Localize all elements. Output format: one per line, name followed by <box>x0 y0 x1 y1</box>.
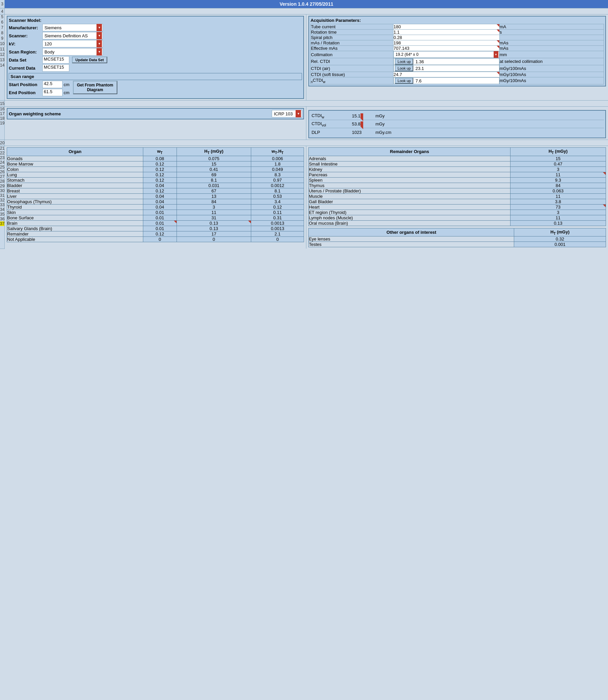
organ-wtht-12: 0.0013 <box>251 220 304 226</box>
collimation-select[interactable]: 19.2 (64* x 0 ▼ <box>394 51 499 58</box>
organ-row-12: Brain 0.01 0.13 0.0013 <box>7 220 304 226</box>
acq-ctdi-soft-value: 24.7 <box>394 72 499 77</box>
scanner-dropdown-arrow[interactable]: ▼ <box>96 32 102 39</box>
organs-header-row: Organ wT HT (mGy) wT.HT <box>7 148 304 156</box>
organ-wt-13: 0.01 <box>143 226 176 231</box>
row-5-14: 5 6 7 8 9 10 11 12 13 14 Scanner Model: … <box>0 15 608 100</box>
scan-region-select[interactable]: Body ▼ <box>42 48 103 56</box>
acq-row-ctdi-air: CTDI (air) Look up 23.1 mGy/100mAs <box>311 65 604 72</box>
organ-row-1: Bone Marrow 0.12 15 1.8 <box>7 161 304 167</box>
acq-row-spiral-pitch: Spiral pitch 0.28 <box>311 35 604 40</box>
organ-wtht-4: 0.97 <box>251 177 304 183</box>
col-wtht: wT.HT <box>251 148 304 156</box>
rownum-organs: 2122232425262728293031323334353637 <box>0 146 5 249</box>
rel-ctdi-lookup-button[interactable]: Look up <box>395 58 413 64</box>
scan-region-dropdown-arrow[interactable]: ▼ <box>96 48 102 56</box>
dlp-label: DLP <box>311 130 352 135</box>
acq-row-effective-mas: Effective mAs 707.143 mAs <box>311 46 604 51</box>
update-dataset-button[interactable]: Update Data Set <box>72 57 107 63</box>
other-organ-value-1: 0.001 <box>514 242 606 247</box>
acquisition-title: Acquisition Parameters: <box>310 18 604 23</box>
acq-mas-rotation-value: 198 <box>394 40 499 46</box>
dataset-input[interactable]: MCSET15 <box>42 56 69 63</box>
scan-range-section: Scan range Start Position 42.5 cm End Po… <box>9 73 302 97</box>
acq-ctdi-soft-label: CTDI (soft tissue) <box>311 72 394 77</box>
icrp-dropdown-arrow[interactable]: ▼ <box>296 110 301 117</box>
organ-wtht-1: 1.8 <box>251 161 304 167</box>
other-col-ht: HT (mGy) <box>514 228 606 237</box>
manufacturer-dropdown-arrow[interactable]: ▼ <box>96 24 102 31</box>
acq-spiral-pitch-value: 0.28 <box>394 35 499 40</box>
remainder-row-9: Heart 73 <box>309 204 606 210</box>
manufacturer-select[interactable]: Siemens ▼ <box>42 24 103 31</box>
organ-name-6: Breast <box>7 188 143 193</box>
organ-wtht-7: 0.53 <box>251 193 304 199</box>
acq-row-tube-current: Tube current 180 mA <box>311 24 604 30</box>
rownum-3: 3 <box>0 0 5 8</box>
dataset-label: Data Set <box>9 58 42 62</box>
remainder-value-9: 73 <box>511 204 606 210</box>
nctdi-lookup-button[interactable]: Look up <box>395 78 413 84</box>
row-organs: 2122232425262728293031323334353637 Organ… <box>0 146 608 249</box>
acq-effective-mas-unit: mAs <box>499 46 604 51</box>
organ-wt-5: 0.04 <box>143 183 176 188</box>
organ-row-5: Bladder 0.04 0.031 0.0012 <box>7 183 304 188</box>
organ-wt-2: 0.12 <box>143 167 176 172</box>
organ-ht-2: 0.41 <box>176 167 251 172</box>
organ-ht-9: 3 <box>176 204 251 210</box>
acq-mas-rotation-label: mAs / Rotation <box>311 40 394 46</box>
icrp-select[interactable]: ICRP 103 ▼ <box>272 110 302 117</box>
dlp-row: DLP 1023 mGy.cm <box>310 128 604 136</box>
organ-wtht-15: 0 <box>251 237 304 242</box>
kv-select[interactable]: 120 ▼ <box>42 40 103 48</box>
acq-rotation-time-value: 1.1 <box>394 30 499 35</box>
acq-nctdi-unit: mGy/100mAs <box>499 77 604 84</box>
organ-row-9: Thyroid 0.04 3 0.12 <box>7 204 304 210</box>
organ-wtht-13: 0.0013 <box>251 226 304 231</box>
remainder-row-10: ET region (Thyroid) 3 <box>309 210 606 215</box>
end-position-input[interactable]: 61.5 <box>42 89 62 96</box>
acq-collimation-unit: mm <box>499 51 604 58</box>
ctdi-air-lookup-button[interactable]: Look up <box>395 65 413 71</box>
end-position-label: End Position <box>9 90 42 95</box>
organ-ht-14: 17 <box>176 231 251 237</box>
organ-name-3: Lung <box>7 172 143 177</box>
organ-wt-1: 0.12 <box>143 161 176 167</box>
remainder-row-11: Lymph nodes (Muscle) 11 <box>309 215 606 220</box>
remainder-value-5: 84 <box>511 183 606 188</box>
remainder-name-10: ET region (Thyroid) <box>309 210 511 215</box>
remainder-value-0: 15 <box>511 156 606 161</box>
remainder-value-1: 0.47 <box>511 161 606 167</box>
scanner-select[interactable]: Siemens Definition AS ▼ <box>42 32 103 39</box>
remainder-row-5: Thymus 84 <box>309 183 606 188</box>
kv-dropdown-arrow[interactable]: ▼ <box>96 40 102 48</box>
remainder-row-0: Adrenals 15 <box>309 156 606 161</box>
remainder-col-ht: HT (mGy) <box>511 148 606 156</box>
remainder-name-3: Pancreas <box>309 172 511 177</box>
organ-row-11: Bone Surface 0.01 31 0.31 <box>7 215 304 220</box>
row-16-19: 16171819 Organ weighting scheme ICRP 103… <box>0 107 608 140</box>
start-position-input[interactable]: 42.5 <box>42 81 62 88</box>
acq-nctdi-label: nCTDIw <box>311 77 394 84</box>
get-from-phantom-button[interactable]: Get From Phantom Diagram <box>73 81 117 94</box>
organs-main-table: Organ wT HT (mGy) wT.HT Gonads 0.08 0.07… <box>7 147 304 242</box>
acq-spiral-pitch-unit <box>499 35 604 40</box>
organ-wt-8: 0.04 <box>143 199 176 204</box>
organ-wt-15: 0 <box>143 237 176 242</box>
organ-wt-6: 0.12 <box>143 188 176 193</box>
organ-row-0: Gonads 0.08 0.075 0.006 <box>7 156 304 161</box>
manufacturer-value: Siemens <box>43 25 96 30</box>
organ-name-4: Stomach <box>7 177 143 183</box>
current-data-input[interactable]: MCSET15 <box>42 64 69 72</box>
collimation-dropdown-arrow[interactable]: ▼ <box>494 51 498 58</box>
other-organ-name-1: Testes <box>309 242 514 247</box>
acquisition-panel: Acquisition Parameters: Tube current 180… <box>308 16 606 87</box>
start-position-label: Start Position <box>9 82 42 87</box>
ctdi-vol-unit: mGy <box>375 121 384 127</box>
acq-row-collimation: Collimation 19.2 (64* x 0 ▼ mm <box>311 51 604 58</box>
remainder-table: Remainder Organs HT (mGy) Adrenals 15 Sm… <box>308 147 606 226</box>
organ-name-11: Bone Surface <box>7 215 143 220</box>
other-organs-header-row: Other organs of interest HT (mGy) <box>309 228 606 237</box>
organ-wtht-0: 0.006 <box>251 156 304 161</box>
end-pos-unit: cm <box>63 90 69 95</box>
